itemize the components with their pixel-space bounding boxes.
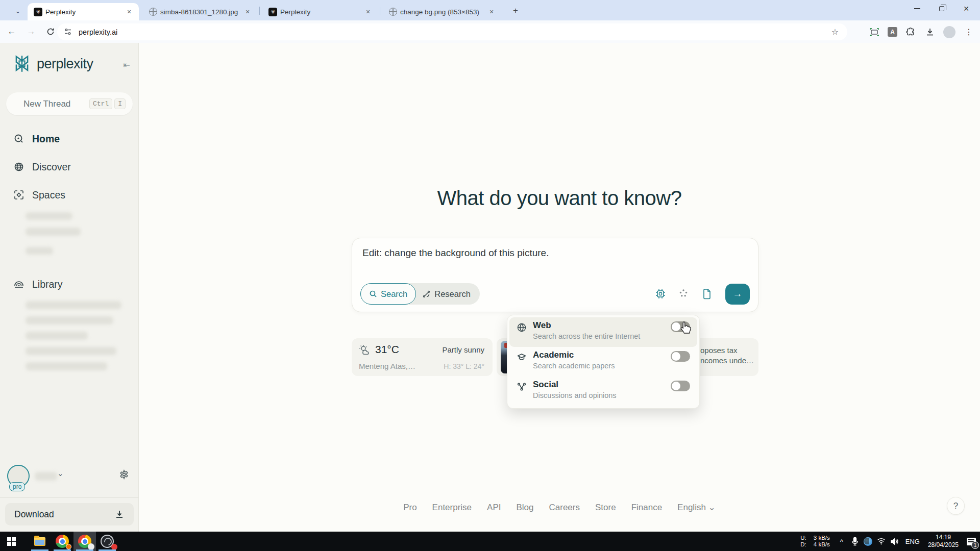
search-mode-button[interactable]: Search	[360, 283, 416, 305]
source-label: Academic	[533, 350, 574, 360]
profile-chevron-down-icon[interactable]: ⌄	[57, 469, 64, 478]
notification-count-badge: 1	[971, 541, 979, 549]
address-bar[interactable]: perplexity.ai ☆	[57, 23, 847, 40]
brand[interactable]: perplexity	[12, 54, 93, 73]
tab-close-icon[interactable]: ✕	[243, 7, 252, 16]
clock-datetime[interactable]: 14:19 28/04/2025	[928, 534, 959, 549]
news-headline-line: ncomes unde…	[700, 356, 753, 366]
download-section: Download	[0, 497, 139, 532]
tab-close-icon[interactable]: ✕	[487, 7, 496, 16]
submit-arrow-button[interactable]: →	[725, 284, 750, 305]
academic-toggle[interactable]	[671, 351, 690, 362]
screenshot-tool-icon[interactable]	[868, 26, 880, 38]
close-button[interactable]: ✕	[960, 2, 973, 15]
brand-wordmark: perplexity	[37, 56, 93, 72]
weather-widget[interactable]: 31°C Partly sunny Menteng Atas,… H: 33° …	[352, 338, 493, 376]
restore-button[interactable]	[935, 2, 948, 15]
refresh-button[interactable]	[43, 24, 58, 39]
settings-gear-icon[interactable]	[118, 469, 130, 480]
tray-chevron-up-icon[interactable]: ^	[835, 532, 848, 551]
redacted-space-item[interactable]	[26, 247, 53, 255]
sources-dots-icon[interactable]	[678, 288, 690, 299]
search-box[interactable]: Edit: change the background of this pict…	[352, 238, 758, 312]
taskbar-chrome-2-active[interactable]	[74, 532, 96, 551]
new-thread-button[interactable]: New Thread CtrlI	[6, 92, 133, 115]
page-content: perplexity ⇤ New Thread CtrlI Home	[0, 43, 980, 532]
attach-file-icon[interactable]	[702, 288, 713, 299]
a-extension-icon[interactable]: A	[888, 27, 897, 37]
news-widget-text-card[interactable]: oposes tax ncomes unde…	[692, 338, 758, 376]
keyboard-language[interactable]: ENG	[905, 538, 920, 545]
sidebar-item-spaces[interactable]: Spaces	[0, 185, 139, 205]
footer-link-enterprise[interactable]: Enterprise	[432, 503, 472, 513]
taskbar-file-explorer[interactable]	[29, 532, 51, 551]
microphone-icon[interactable]	[848, 532, 862, 551]
extensions-puzzle-icon[interactable]	[904, 26, 917, 38]
sidebar-collapse-icon[interactable]: ⇤	[124, 60, 130, 70]
sidebar-item-home[interactable]: Home	[0, 129, 139, 149]
tab-close-icon[interactable]: ✕	[363, 7, 373, 16]
tab-change-bg[interactable]: change bg.png (853×853) ✕	[383, 3, 501, 20]
social-toggle[interactable]	[671, 381, 690, 391]
tab-perplexity-1[interactable]: ✳ Perplexity ✕	[28, 3, 139, 20]
language-label: English	[677, 503, 706, 512]
redacted-space-item[interactable]	[26, 212, 72, 220]
redacted-library-item[interactable]	[26, 347, 116, 355]
perplexity-favicon: ✳	[268, 8, 277, 16]
tab-separator	[380, 7, 380, 15]
footer-link-api[interactable]: API	[487, 503, 501, 513]
action-center-button[interactable]: 1	[963, 532, 980, 551]
redacted-library-item[interactable]	[26, 301, 121, 309]
footer-link-careers[interactable]: Careers	[549, 503, 580, 513]
wifi-icon[interactable]	[875, 532, 888, 551]
footer-link-blog[interactable]: Blog	[516, 503, 533, 513]
download-app-button[interactable]: Download	[5, 503, 134, 525]
tab-search-button[interactable]: ⌄	[12, 5, 23, 16]
new-thread-label: New Thread	[23, 99, 70, 109]
searchbox-actions: →	[655, 283, 750, 305]
bookmark-star-icon[interactable]: ☆	[829, 27, 841, 37]
model-chip-icon[interactable]	[655, 288, 666, 299]
research-mode-label: Research	[434, 289, 471, 299]
system-tray: U:3 kB/s D:4 kB/s ^	[800, 532, 980, 551]
site-info-icon[interactable]	[63, 27, 74, 37]
source-row-academic[interactable]: Academic Search academic papers	[509, 347, 697, 377]
language-selector[interactable]: English ⌄	[677, 502, 716, 513]
tray-app-blue-icon[interactable]	[862, 532, 875, 551]
tab-simba-image[interactable]: simba-8618301_1280.jpg (851× ✕	[143, 3, 257, 20]
browser-profile-avatar[interactable]	[943, 26, 955, 38]
taskbar-obs[interactable]	[96, 532, 118, 551]
windows-logo-icon	[7, 537, 16, 546]
sidebar-item-library[interactable]: Library	[0, 274, 139, 294]
query-text[interactable]: Edit: change the background of this pict…	[362, 247, 549, 259]
redacted-library-item[interactable]	[26, 332, 88, 340]
profile-row: pro ⌄	[0, 463, 139, 493]
forward-button[interactable]: →	[23, 24, 39, 39]
footer-link-pro[interactable]: Pro	[403, 503, 416, 513]
browser-menu-kebab-icon[interactable]: ⋮	[963, 26, 975, 38]
download-tray-icon[interactable]	[924, 26, 936, 38]
source-row-social[interactable]: Social Discussions and opinions	[509, 377, 697, 406]
new-tab-button[interactable]: +	[509, 5, 522, 17]
volume-icon[interactable]	[888, 532, 901, 551]
library-icon	[13, 279, 24, 290]
download-icon	[114, 509, 125, 519]
research-mode-button[interactable]: Research	[416, 289, 480, 299]
taskbar-chrome-1[interactable]	[51, 532, 74, 551]
clock-time: 14:19	[936, 534, 951, 541]
start-button[interactable]	[0, 532, 22, 551]
redacted-space-item[interactable]	[26, 228, 81, 236]
sidebar-item-discover[interactable]: Discover	[0, 157, 139, 177]
url-text[interactable]: perplexity.ai	[79, 28, 117, 36]
redacted-library-item[interactable]	[26, 316, 113, 324]
footer-link-finance[interactable]: Finance	[631, 503, 662, 513]
minimize-button[interactable]	[911, 2, 924, 15]
tab-perplexity-2[interactable]: ✳ Perplexity ✕	[262, 3, 378, 20]
source-row-web[interactable]: Web Search across the entire Internet	[509, 317, 697, 347]
help-button[interactable]: ?	[947, 497, 965, 515]
tab-close-icon[interactable]: ✕	[125, 7, 134, 16]
new-thread-shortcut: CtrlI	[89, 98, 126, 109]
back-button[interactable]: ←	[4, 24, 19, 39]
redacted-library-item[interactable]	[26, 362, 107, 370]
footer-link-store[interactable]: Store	[595, 503, 616, 513]
